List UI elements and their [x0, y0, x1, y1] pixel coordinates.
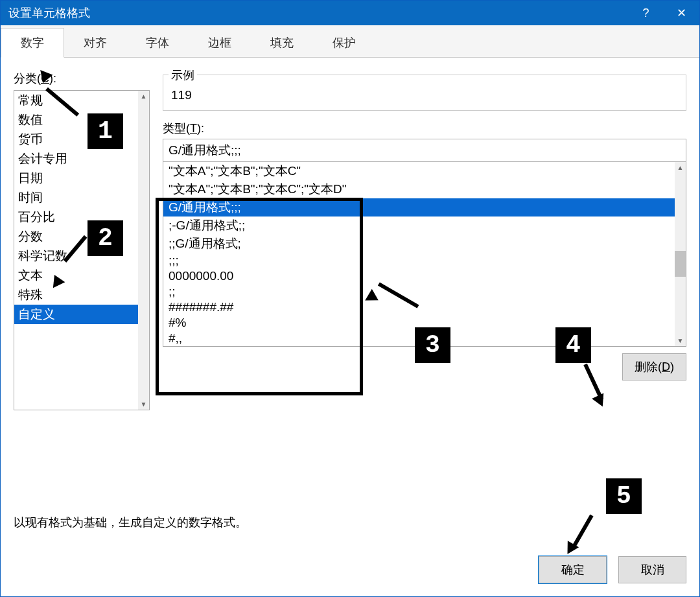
category-item[interactable]: 特殊 — [14, 285, 138, 305]
type-item-selected[interactable]: G/通用格式;;; — [163, 198, 675, 217]
tab-border[interactable]: 边框 — [189, 28, 251, 57]
type-item[interactable]: 0000000.00 — [163, 268, 675, 284]
cancel-button[interactable]: 取消 — [618, 556, 686, 583]
tabs: 数字 对齐 字体 边框 填充 保护 — [1, 25, 699, 58]
tab-align[interactable]: 对齐 — [64, 28, 126, 57]
delete-label-pre: 删除( — [635, 360, 662, 373]
close-button[interactable]: ✕ — [664, 1, 699, 25]
type-label-pre: 类型( — [163, 122, 190, 135]
scroll-up-icon[interactable]: ▲ — [138, 91, 149, 102]
annotation-marker-2: 2 — [88, 220, 123, 256]
delete-label-key: D — [662, 360, 670, 373]
sample-value: 119 — [171, 88, 678, 102]
category-item[interactable]: 时间 — [14, 188, 138, 207]
type-label: 类型(T): — [163, 121, 686, 136]
delete-button[interactable]: 删除(D) — [622, 353, 686, 380]
annotation-marker-1: 1 — [88, 113, 123, 149]
type-item[interactable]: ;;G/通用格式; — [163, 235, 675, 253]
scrollbar-thumb[interactable] — [675, 251, 686, 277]
type-item[interactable]: "文本A";"文本B";"文本C" — [163, 162, 675, 180]
tab-fill[interactable]: 填充 — [251, 28, 313, 57]
category-listbox[interactable]: 常规 数值 货币 会计专用 日期 时间 百分比 分数 科学记数 文本 特殊 自定… — [14, 90, 150, 410]
type-list-wrap: "文本A";"文本B";"文本C" "文本A";"文本B";"文本C";"文本D… — [163, 162, 686, 347]
type-label-key: T — [190, 122, 197, 135]
tab-protect[interactable]: 保护 — [313, 28, 375, 57]
tab-number[interactable]: 数字 — [1, 28, 64, 58]
tab-font[interactable]: 字体 — [126, 28, 189, 57]
type-list[interactable]: "文本A";"文本B";"文本C" "文本A";"文本B";"文本C";"文本D… — [163, 162, 675, 346]
type-item[interactable]: "文本A";"文本B";"文本C";"文本D" — [163, 180, 675, 198]
type-label-post: ): — [197, 122, 204, 135]
help-button[interactable]: ? — [628, 1, 664, 25]
annotation-marker-5: 5 — [606, 478, 642, 514]
category-column: 分类(C): 常规 数值 货币 会计专用 日期 时间 百分比 分数 科学记数 文… — [14, 71, 150, 495]
category-item[interactable]: 常规 — [14, 91, 138, 110]
dialog-window: 设置单元格格式 ? ✕ 数字 对齐 字体 边框 填充 保护 分类(C): 常规 … — [0, 0, 700, 597]
type-item[interactable]: ;-G/通用格式;; — [163, 217, 675, 235]
annotation-marker-3: 3 — [415, 327, 450, 363]
category-item-custom[interactable]: 自定义 — [14, 305, 138, 324]
category-label: 分类(C): — [14, 71, 150, 86]
annotation-marker-4: 4 — [555, 327, 591, 363]
window-title: 设置单元格格式 — [8, 5, 90, 21]
titlebar: 设置单元格格式 ? ✕ — [1, 1, 699, 25]
type-item[interactable]: ;;; — [163, 253, 675, 268]
scroll-down-icon[interactable]: ▼ — [675, 335, 686, 346]
scroll-up-icon[interactable]: ▲ — [675, 162, 686, 173]
sample-title: 示例 — [169, 67, 197, 83]
category-item[interactable]: 日期 — [14, 169, 138, 188]
category-item[interactable]: 文本 — [14, 266, 138, 285]
ok-button[interactable]: 确定 — [539, 556, 607, 583]
type-item[interactable]: #######.## — [163, 299, 675, 315]
titlebar-buttons: ? ✕ — [628, 1, 699, 25]
type-item[interactable]: ;; — [163, 284, 675, 299]
sample-box: 示例 119 — [163, 75, 686, 111]
category-scrollbar[interactable]: ▲ ▼ — [138, 91, 149, 410]
delete-label-post: ) — [670, 360, 674, 373]
type-scrollbar[interactable]: ▲ ▼ — [675, 162, 686, 346]
scroll-down-icon[interactable]: ▼ — [138, 399, 149, 410]
category-item[interactable]: 会计专用 — [14, 149, 138, 169]
right-column: 示例 119 类型(T): G/通用格式;;; "文本A";"文本B";"文本C… — [150, 71, 686, 495]
footer: 确定 取消 — [1, 543, 699, 596]
type-input[interactable]: G/通用格式;;; — [163, 139, 686, 162]
